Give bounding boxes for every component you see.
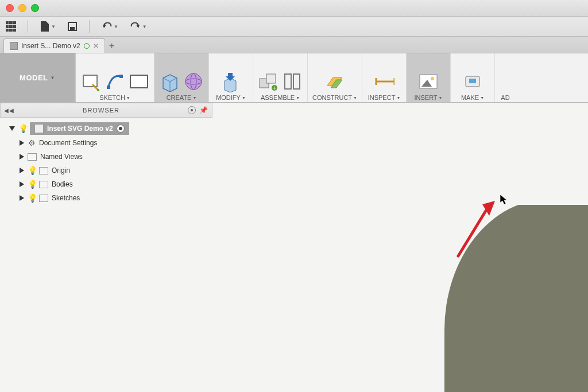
browser-panel-header[interactable]: ◀◀ BROWSER 📌 <box>0 103 212 118</box>
caret-down-icon: ▼ <box>114 24 118 29</box>
visibility-off-icon[interactable]: 💡 <box>28 166 36 175</box>
tree-item-sketches[interactable]: 💡 Sketches <box>17 191 212 205</box>
caret-down-icon: ▼ <box>142 24 147 29</box>
ribbon-group-label: CREATE <box>167 94 192 101</box>
expander-closed-icon[interactable] <box>20 154 24 160</box>
expander-closed-icon[interactable] <box>20 181 24 187</box>
ribbon-group-inspect[interactable]: INSPECT▼ <box>362 53 407 102</box>
save-button[interactable] <box>67 21 78 32</box>
redo-icon <box>130 22 141 30</box>
svg-rect-5 <box>83 75 97 87</box>
svg-rect-24 <box>293 74 300 89</box>
browser-title: BROWSER <box>83 107 119 114</box>
svg-marker-0 <box>41 21 49 32</box>
new-sketch-icon[interactable] <box>80 71 101 92</box>
expander-closed-icon[interactable] <box>20 168 24 173</box>
svg-rect-8 <box>119 75 123 78</box>
insert-image-icon[interactable] <box>418 71 439 92</box>
panel-settings-button[interactable] <box>188 106 196 114</box>
redo-button[interactable]: ▼ <box>130 22 147 30</box>
svg-marker-3 <box>103 25 106 28</box>
svg-rect-2 <box>70 27 75 30</box>
visibility-on-icon[interactable]: 💡 <box>28 180 36 189</box>
ribbon-group-addins[interactable]: AD <box>495 53 511 102</box>
viewport[interactable]: ◀◀ BROWSER 📌 💡 Insert SVG Demo v2 <box>0 103 588 392</box>
joint-icon[interactable] <box>282 71 303 92</box>
tree-item-document-settings[interactable]: ⚙ Document Settings <box>17 136 212 150</box>
ribbon-group-label: ASSEMBLE <box>261 94 295 101</box>
browser-panel: ◀◀ BROWSER 📌 💡 Insert SVG Demo v2 <box>0 103 212 392</box>
expander-closed-icon[interactable] <box>20 140 24 146</box>
ribbon-group-label: CONSTRUCT <box>312 94 352 101</box>
pin-icon[interactable]: 📌 <box>199 106 208 114</box>
rectangle-icon[interactable] <box>129 71 149 92</box>
svg-rect-7 <box>107 86 110 89</box>
new-component-icon[interactable]: + <box>258 71 278 92</box>
gear-icon: ⚙ <box>28 138 36 148</box>
file-menu-button[interactable]: ▼ <box>40 21 56 32</box>
ribbon-group-label: INSPECT <box>368 94 396 101</box>
svg-point-32 <box>431 77 434 80</box>
activate-component-button[interactable] <box>117 125 125 133</box>
folder-icon <box>39 167 48 174</box>
construction-plane-icon[interactable] <box>324 71 345 92</box>
caret-down-icon: ▼ <box>439 96 443 100</box>
press-pull-icon[interactable] <box>220 71 241 92</box>
expander-open-icon[interactable] <box>9 126 15 131</box>
ribbon-group-construct[interactable]: CONSTRUCT▼ <box>308 53 362 102</box>
undo-icon <box>101 22 113 30</box>
tree-item-label: Origin <box>52 166 70 174</box>
sphere-primitive-icon[interactable] <box>183 71 204 92</box>
model-body[interactable] <box>439 205 588 392</box>
box-primitive-icon[interactable] <box>159 71 180 92</box>
workspace-selector[interactable]: MODEL ▼ <box>0 53 76 102</box>
tab-close-button[interactable]: ✕ <box>93 42 99 50</box>
ribbon-group-make[interactable]: MAKE▼ <box>451 53 495 102</box>
expander-closed-icon[interactable] <box>20 195 24 201</box>
caret-down-icon: ▼ <box>480 96 484 100</box>
tree-root-row[interactable]: 💡 Insert SVG Demo v2 <box>9 121 212 136</box>
tree-item-named-views[interactable]: Named Views <box>17 150 212 164</box>
caret-down-icon: ▼ <box>296 96 300 100</box>
visibility-on-icon[interactable]: 💡 <box>18 124 26 133</box>
collapse-icon[interactable]: ◀◀ <box>4 107 14 114</box>
svg-point-6 <box>97 89 99 91</box>
ribbon-group-create[interactable]: CREATE▼ <box>154 53 209 102</box>
folder-icon <box>39 181 48 188</box>
tree-item-label: Named Views <box>40 153 83 161</box>
file-icon <box>40 21 50 32</box>
ribbon-group-label: SKETCH <box>99 94 125 101</box>
new-tab-button[interactable]: + <box>105 39 119 53</box>
ribbon-group-insert[interactable]: INSERT▼ <box>407 53 451 102</box>
save-icon <box>67 21 78 32</box>
caret-down-icon: ▼ <box>51 75 55 80</box>
ribbon-group-label: MODIFY <box>216 94 241 101</box>
minimize-window-button[interactable] <box>18 4 26 12</box>
measure-icon[interactable] <box>374 71 394 92</box>
folder-icon <box>39 195 48 202</box>
caret-down-icon: ▼ <box>396 96 400 100</box>
svg-text:+: + <box>273 85 276 91</box>
spline-icon[interactable] <box>105 71 125 92</box>
ribbon-group-assemble[interactable]: + ASSEMBLE▼ <box>253 53 308 102</box>
tree-item-origin[interactable]: 💡 Origin <box>17 164 212 177</box>
undo-button[interactable]: ▼ <box>101 22 118 30</box>
ribbon-groups: SKETCH▼ CREATE▼ MODIFY▼ <box>76 53 511 102</box>
workspace-label: MODEL <box>20 73 48 82</box>
maximize-window-button[interactable] <box>31 4 39 12</box>
ribbon-group-label: AD <box>501 94 509 101</box>
close-window-button[interactable] <box>6 4 14 12</box>
tree-root-label: Insert SVG Demo v2 <box>47 125 113 133</box>
ribbon-group-sketch[interactable]: SKETCH▼ <box>76 53 154 102</box>
document-tabbar: Insert S... Demo v2 ✕ + <box>0 37 588 53</box>
ribbon-toolbar: MODEL ▼ SKETCH▼ <box>0 53 588 103</box>
caret-down-icon: ▼ <box>353 96 357 100</box>
apps-launcher-button[interactable] <box>6 21 16 32</box>
ribbon-group-modify[interactable]: MODIFY▼ <box>209 53 253 102</box>
tree-item-bodies[interactable]: 💡 Bodies <box>17 177 212 191</box>
svg-marker-4 <box>136 25 140 28</box>
print-3d-icon[interactable] <box>462 71 483 92</box>
document-tab[interactable]: Insert S... Demo v2 ✕ <box>3 38 105 53</box>
visibility-on-icon[interactable]: 💡 <box>28 193 36 203</box>
titlebar <box>0 0 588 17</box>
